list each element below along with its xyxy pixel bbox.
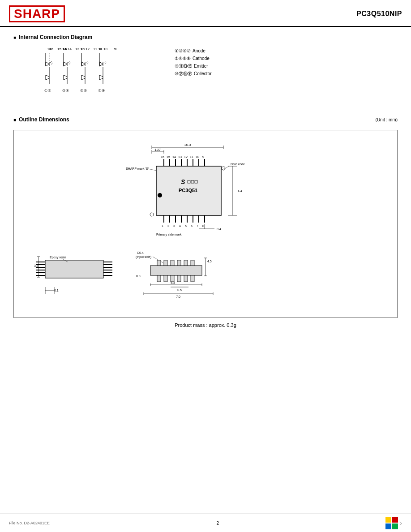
svg-text:9: 9 [114,47,116,51]
footer-logo-area: › [385,517,402,529]
svg-text:13 12: 13 12 [81,47,90,51]
internal-connection-title: Internal Connection Diagram [13,34,398,40]
svg-text:④: ④ [66,89,69,93]
svg-marker-52 [99,62,103,66]
svg-rect-172 [157,260,161,266]
product-mass: Product mass : approx. 0.3g [13,322,398,328]
outline-dimensions-section: Outline Dimensions (Unit : mm) 10.3 1.27… [13,116,398,328]
svg-text:4.4: 4.4 [238,189,242,193]
svg-point-92 [158,193,162,197]
svg-text:2: 2 [167,224,169,227]
svg-rect-171 [191,275,194,282]
svg-text:⑥: ⑥ [84,89,87,93]
page-footer: File No. D2-A02401EE 2 › [0,514,411,532]
svg-text:16: 16 [161,155,164,159]
svg-text:5: 5 [185,224,187,227]
svg-line-55 [105,63,107,64]
svg-line-15 [51,63,53,64]
svg-marker-26 [64,62,67,66]
anode-legend: ①③⑤⑦ Anode [175,47,211,55]
pin-legend: ①③⑤⑦ Anode ②④⑥⑧ Cathode ⑨⑪⑬⑮ Emitter ⑩⑫⑭… [175,47,211,77]
svg-rect-188 [385,517,391,523]
svg-text:①: ① [44,89,47,93]
svg-text:15 14: 15 14 [63,47,72,51]
svg-text:⑧: ⑧ [102,89,105,93]
svg-rect-190 [385,523,391,529]
svg-line-19 [46,78,49,80]
svg-rect-169 [177,275,181,282]
side-view-left: 3.8 [32,247,121,300]
side-view-right: C0.4 (Input side) 4.5 0.3 [135,247,224,300]
svg-line-14 [50,61,52,63]
sharp-logo: SHARP [9,5,65,22]
svg-line-42 [87,63,89,64]
svg-text:7: 7 [197,224,198,227]
svg-text:4: 4 [179,224,181,227]
svg-text:1.27: 1.27 [154,148,161,151]
svg-line-41 [86,61,88,63]
svg-line-28 [68,61,70,63]
svg-text:4.5: 4.5 [207,260,212,263]
svg-text:15: 15 [167,155,170,159]
svg-marker-39 [81,62,85,66]
svg-rect-173 [164,260,167,266]
svg-rect-167 [164,275,167,282]
svg-text:7.0: 7.0 [176,295,180,298]
svg-text:3: 3 [173,224,175,227]
svg-text:PC3Q51: PC3Q51 [179,188,197,193]
svg-line-18 [46,75,49,77]
svg-text:8: 8 [202,224,204,227]
svg-line-45 [81,75,85,77]
svg-marker-12 [46,62,49,66]
svg-text:9: 9 [202,155,204,159]
svg-rect-191 [392,523,398,529]
svg-text:SHARP mark 'S': SHARP mark 'S' [126,167,149,170]
svg-rect-176 [184,260,188,266]
svg-text:③: ③ [62,89,65,93]
svg-text:(Input side): (Input side) [136,255,151,259]
svg-text:C0.4: C0.4 [137,251,144,254]
svg-text:10: 10 [196,155,199,159]
collector-legend: ⑩⑫⑭⑯ Collector [175,70,211,77]
svg-line-32 [64,75,67,77]
svg-text:0.3: 0.3 [136,275,141,278]
diagram-container: 16 15 15 14 13 12 11 10 9 16 15 14 13 12… [40,45,398,103]
nav-arrow-icon[interactable]: › [400,519,402,527]
internal-connection-section: Internal Connection Diagram 16 15 15 14 … [13,34,398,103]
svg-text:10.3: 10.3 [184,143,191,147]
part-number: PC3Q510NIP [356,10,402,18]
svg-text:1: 1 [162,224,163,227]
svg-line-54 [104,61,106,63]
svg-line-46 [81,78,85,80]
svg-rect-177 [191,260,194,266]
svg-rect-189 [392,517,398,523]
cathode-legend: ②④⑥⑧ Cathode [175,55,211,62]
unit-label: (Unit : mm) [376,117,398,122]
svg-text:5.3: 5.3 [171,281,175,284]
svg-text:11: 11 [190,155,193,159]
main-content: Internal Connection Diagram 16 15 15 14 … [0,27,411,344]
svg-text:Date code: Date code [231,163,245,166]
svg-text:11 10: 11 10 [98,47,108,51]
svg-rect-138 [45,260,103,278]
outline-box: 10.3 1.27 SHARP mark 'S' Date code [13,130,398,318]
svg-text:16: 16 [49,47,53,51]
page-number: 2 [50,521,385,526]
svg-text:②: ② [48,89,51,93]
svg-rect-165 [150,266,202,275]
outline-dimensions-title: Outline Dimensions [13,116,69,123]
svg-text:6: 6 [191,224,193,227]
svg-line-33 [64,78,67,80]
svg-text:14: 14 [172,155,176,159]
svg-point-85 [150,213,154,216]
svg-text:13: 13 [178,155,182,159]
svg-text:0.5: 0.5 [177,288,182,292]
svg-rect-168 [171,275,174,282]
svg-text:⑦: ⑦ [98,89,101,93]
svg-text:Epoxy resin: Epoxy resin [50,256,66,259]
ysquare-icon [385,517,398,529]
emitter-legend: ⑨⑪⑬⑮ Emitter [175,62,211,70]
svg-line-29 [69,63,71,64]
svg-line-59 [99,78,103,80]
top-view-drawing: 10.3 1.27 SHARP mark 'S' Date code [98,139,313,242]
